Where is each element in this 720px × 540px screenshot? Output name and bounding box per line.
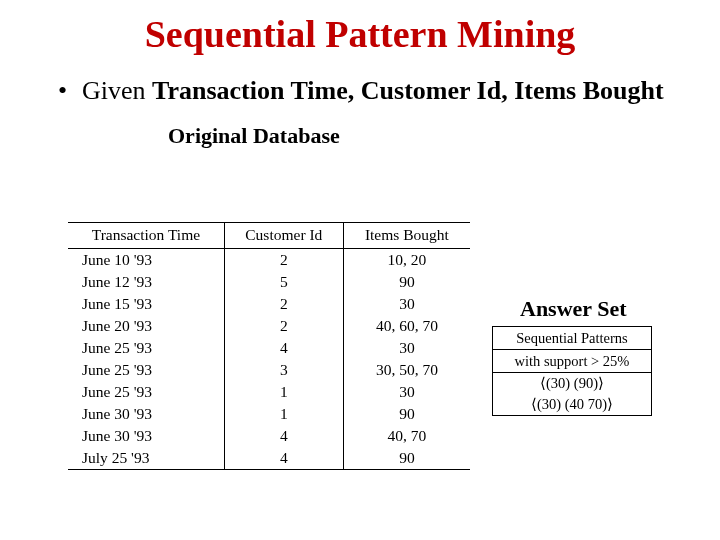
- table-cell: 90: [343, 271, 470, 293]
- table-cell: June 25 '93: [68, 337, 224, 359]
- table-cell: July 25 '93: [68, 447, 224, 470]
- table-cell: June 30 '93: [68, 403, 224, 425]
- table-cell: June 15 '93: [68, 293, 224, 315]
- table-cell: 40, 60, 70: [343, 315, 470, 337]
- table-cell: June 12 '93: [68, 271, 224, 293]
- bullet-text: Given Transaction Time, Customer Id, Ite…: [82, 74, 664, 107]
- answer-set-table: Sequential Patterns with support > 25% ⟨…: [492, 326, 652, 416]
- table-cell: June 10 '93: [68, 249, 224, 272]
- bullet-prefix: Given: [82, 76, 152, 105]
- table-cell: ⟨(30) (90)⟩: [493, 373, 652, 395]
- original-db-caption: Original Database: [0, 123, 720, 149]
- table-cell: 2: [224, 293, 343, 315]
- table-cell: 10, 20: [343, 249, 470, 272]
- col-header: Customer Id: [224, 223, 343, 249]
- col-header: Items Bought: [343, 223, 470, 249]
- col-header: Transaction Time: [68, 223, 224, 249]
- table-cell: 1: [224, 403, 343, 425]
- table-cell: 40, 70: [343, 425, 470, 447]
- table-cell: 2: [224, 249, 343, 272]
- answer-set-caption: Answer Set: [520, 296, 627, 322]
- table-cell: 4: [224, 425, 343, 447]
- table-cell: ⟨(30) (40 70)⟩: [493, 394, 652, 416]
- original-db-table: Transaction Time Customer Id Items Bough…: [68, 222, 470, 470]
- bullet-dot-icon: •: [58, 74, 82, 107]
- table-cell: June 25 '93: [68, 359, 224, 381]
- table-cell: 90: [343, 447, 470, 470]
- table-cell: 2: [224, 315, 343, 337]
- table-cell: 1: [224, 381, 343, 403]
- table-cell: 90: [343, 403, 470, 425]
- table-cell: 3: [224, 359, 343, 381]
- col-header: with support > 25%: [493, 350, 652, 373]
- table-cell: June 25 '93: [68, 381, 224, 403]
- table-cell: June 30 '93: [68, 425, 224, 447]
- table-cell: 30: [343, 381, 470, 403]
- page-title: Sequential Pattern Mining: [0, 0, 720, 56]
- table-cell: 30: [343, 337, 470, 359]
- table-cell: June 20 '93: [68, 315, 224, 337]
- table-cell: 30: [343, 293, 470, 315]
- table-cell: 4: [224, 447, 343, 470]
- bullet-item: • Given Transaction Time, Customer Id, I…: [0, 74, 720, 107]
- table-cell: 30, 50, 70: [343, 359, 470, 381]
- bullet-bold: Transaction Time, Customer Id, Items Bou…: [152, 76, 664, 105]
- col-header: Sequential Patterns: [493, 327, 652, 350]
- table-cell: 5: [224, 271, 343, 293]
- table-cell: 4: [224, 337, 343, 359]
